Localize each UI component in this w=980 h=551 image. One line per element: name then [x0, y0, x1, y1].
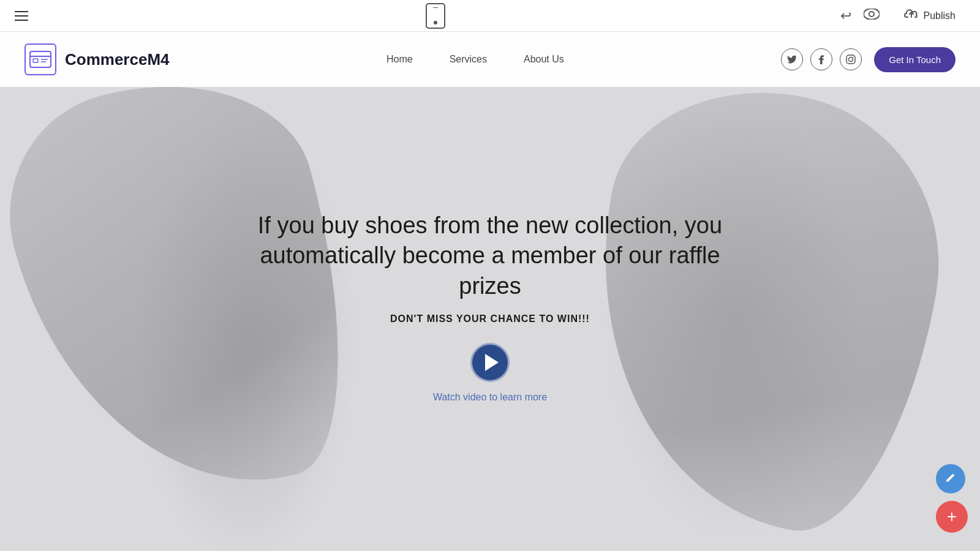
get-in-touch-button[interactable]: Get In Touch	[874, 47, 956, 72]
toolbar-center	[426, 3, 445, 29]
nav-about-us[interactable]: About Us	[524, 54, 564, 65]
site-header: CommerceM4 Home Services About Us	[0, 32, 980, 87]
toolbar-left	[12, 9, 31, 23]
hamburger-menu-icon[interactable]	[12, 9, 31, 23]
hero-section: If you buy shoes from the new collection…	[0, 32, 980, 551]
cloud-upload-icon	[904, 9, 919, 23]
hero-subheadline: DON'T MISS YOUR CHANCE TO WIN!!!	[251, 313, 729, 324]
toolbar: ↩ Publish	[0, 0, 980, 32]
logo-text: CommerceM4	[65, 50, 170, 69]
play-triangle-icon	[485, 354, 499, 371]
logo-area: CommerceM4	[24, 43, 170, 75]
website-container: If you buy shoes from the new collection…	[0, 32, 980, 551]
logo-icon	[24, 43, 56, 75]
mobile-preview-icon[interactable]	[426, 3, 445, 29]
preview-eye-icon[interactable]	[864, 9, 880, 23]
svg-point-8	[849, 58, 853, 62]
publish-button[interactable]: Publish	[892, 4, 968, 28]
instagram-icon[interactable]	[840, 48, 862, 70]
nav-services[interactable]: Services	[450, 54, 487, 65]
fab-add-button[interactable]: +	[936, 501, 968, 533]
hero-headline: If you buy shoes from the new collection…	[251, 211, 729, 301]
nav-links: Home Services About Us	[386, 54, 564, 65]
svg-point-1	[869, 12, 874, 17]
fab-edit-button[interactable]	[936, 464, 965, 493]
watch-video-link[interactable]: Watch video to learn more	[433, 392, 547, 402]
undo-icon[interactable]: ↩	[840, 8, 851, 24]
nav-home[interactable]: Home	[386, 54, 413, 65]
svg-point-0	[864, 9, 880, 20]
toolbar-right: ↩ Publish	[840, 4, 968, 28]
nav-right: Get In Touch	[781, 47, 956, 72]
svg-rect-7	[846, 55, 855, 64]
play-button[interactable]	[470, 343, 510, 382]
fab-container: +	[936, 464, 968, 533]
svg-rect-4	[33, 59, 38, 62]
twitter-icon[interactable]	[781, 48, 803, 70]
hero-content: If you buy shoes from the new collection…	[251, 211, 729, 403]
facebook-icon[interactable]	[810, 48, 832, 70]
svg-point-9	[853, 56, 854, 58]
publish-label: Publish	[924, 10, 956, 21]
